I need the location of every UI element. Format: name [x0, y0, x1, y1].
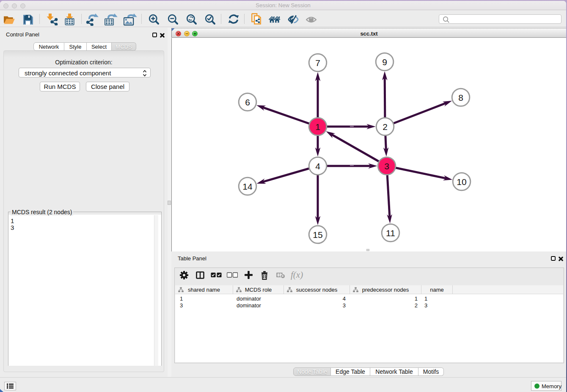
svg-text:1: 1 — [315, 122, 320, 132]
svg-text:7: 7 — [315, 58, 320, 68]
svg-text:9: 9 — [382, 57, 387, 67]
svg-text:4: 4 — [315, 161, 320, 171]
svg-text:2: 2 — [383, 122, 388, 132]
svg-text:6: 6 — [245, 97, 250, 107]
svg-text:8: 8 — [458, 93, 463, 102]
svg-text:3: 3 — [384, 161, 389, 171]
svg-text:10: 10 — [457, 177, 466, 187]
svg-text:11: 11 — [386, 228, 395, 238]
svg-text:15: 15 — [313, 230, 322, 240]
svg-text:14: 14 — [242, 182, 253, 191]
